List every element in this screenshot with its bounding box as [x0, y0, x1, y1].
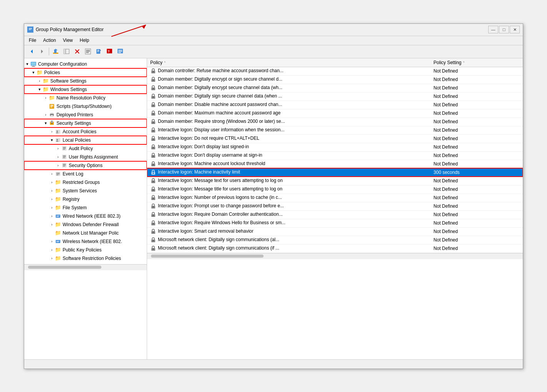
expander-software-restriction[interactable]: ›	[49, 255, 55, 261]
left-pane-scrollbar[interactable]	[24, 264, 147, 270]
table-row[interactable]: Interactive logon: Don't display usernam…	[147, 151, 523, 160]
tree-name-resolution[interactable]: › 📁 Name Resolution Policy	[24, 94, 147, 102]
expander-software-settings[interactable]: ›	[36, 78, 43, 84]
delete-button[interactable]	[72, 47, 82, 56]
up-button[interactable]	[51, 47, 61, 56]
policy-name-cell: Interactive logon: Don't display usernam…	[147, 151, 431, 160]
expander-security-settings[interactable]: ▼	[43, 120, 49, 126]
expander-user-rights[interactable]: ›	[55, 154, 61, 160]
tree-audit-policy[interactable]: › Audit Policy	[24, 144, 147, 153]
tree-software-settings[interactable]: › 📁 Software Settings	[24, 77, 147, 85]
properties-button[interactable]	[83, 47, 93, 56]
tree-computer-configuration[interactable]: ▼ Computer Configuration	[24, 60, 147, 68]
minimize-button[interactable]: —	[488, 26, 498, 33]
tree-public-key-policies[interactable]: › 📁 Public Key Policies	[24, 246, 147, 254]
expander-computer-config[interactable]: ▼	[24, 61, 30, 67]
col-header-policy[interactable]: Policy ^	[147, 58, 431, 67]
right-pane-scrollbar[interactable]	[147, 253, 523, 259]
tree-account-policies[interactable]: › Account Policies	[24, 127, 147, 136]
expander-wired-network[interactable]: ›	[49, 213, 55, 219]
expander-windows-settings[interactable]: ▼	[36, 86, 43, 93]
menu-view[interactable]: View	[60, 37, 76, 44]
tree-file-system[interactable]: › 📁 File System	[24, 203, 147, 212]
expander-audit-policy[interactable]: ›	[55, 146, 61, 152]
show-hide-button[interactable]	[61, 47, 71, 56]
table-row[interactable]: Interactive logon: Require Domain Contro…	[147, 210, 523, 219]
table-row[interactable]: Domain controller: Refuse machine accoun…	[147, 67, 523, 75]
expander-restricted-groups[interactable]: ›	[49, 179, 55, 185]
tree-software-restriction[interactable]: › 📁 Software Restriction Policies	[24, 254, 147, 263]
maximize-button[interactable]: □	[499, 26, 509, 33]
tree-windows-settings[interactable]: ▼ 📁 Windows Settings	[24, 85, 147, 94]
table-row[interactable]: Domain member: Digitally encrypt or sign…	[147, 75, 523, 84]
table-row[interactable]: Interactive logon: Machine account locko…	[147, 160, 523, 168]
tree-scripts[interactable]: Scripts (Startup/Shutdown)	[24, 102, 147, 111]
table-row[interactable]: Interactive logon: Smart card removal be…	[147, 227, 523, 236]
icon-policies: 📁	[36, 69, 43, 76]
table-row[interactable]: Domain member: Digitally encrypt secure …	[147, 84, 523, 92]
col-header-policy-setting[interactable]: Policy Setting ^	[431, 58, 523, 67]
tree-user-rights[interactable]: › User Rights Assignment	[24, 153, 147, 161]
svg-rect-60	[63, 166, 65, 167]
forward-button[interactable]	[37, 47, 47, 56]
tree-system-services[interactable]: › 📁 System Services	[24, 187, 147, 195]
expander-system-services[interactable]: ›	[49, 188, 55, 194]
expander-event-log[interactable]: ›	[49, 171, 55, 177]
table-row[interactable]: Domain member: Disable machine account p…	[147, 101, 523, 109]
expander-registry[interactable]: ›	[49, 196, 55, 202]
expander-local-policies[interactable]: ▼	[49, 137, 55, 143]
expander-policies[interactable]: ▼	[30, 69, 36, 76]
table-row[interactable]: Interactive logon: Don't display last si…	[147, 143, 523, 151]
table-row[interactable]: Domain member: Require strong (Windows 2…	[147, 117, 523, 126]
svg-rect-38	[51, 115, 53, 117]
nav-button[interactable]	[115, 47, 125, 56]
table-row[interactable]: Domain member: Digitally sign secure cha…	[147, 92, 523, 101]
table-row[interactable]: Domain member: Maximum machine account p…	[147, 109, 523, 117]
expander-windows-firewall[interactable]: ›	[49, 222, 55, 228]
expander-security-options[interactable]: ›	[55, 162, 61, 169]
tree-policies[interactable]: ▼ 📁 Policies	[24, 68, 147, 77]
policy-row-icon	[150, 161, 156, 167]
table-row[interactable]: Interactive logon: Require Windows Hello…	[147, 219, 523, 227]
tree-security-settings[interactable]: ▼ Security Settings	[24, 119, 147, 127]
menu-file[interactable]: File	[26, 37, 39, 44]
right-pane[interactable]: Policy ^ Policy Setting ^ Domai	[147, 58, 523, 359]
table-row[interactable]: Interactive logon: Do not require CTRL+A…	[147, 134, 523, 143]
table-row[interactable]: Interactive logon: Number of previous lo…	[147, 194, 523, 202]
table-row[interactable]: Interactive logon: Display user informat…	[147, 126, 523, 134]
table-row[interactable]: Interactive logon: Machine inactivity li…	[147, 168, 523, 177]
export-button[interactable]	[94, 47, 104, 56]
table-row[interactable]: Interactive logon: Message title for use…	[147, 185, 523, 194]
tree-registry[interactable]: › 📁 Registry	[24, 195, 147, 203]
expander-wireless-network[interactable]: ›	[49, 238, 55, 245]
tree-network-list-manager[interactable]: 📁 Network List Manager Polic	[24, 229, 147, 237]
expander-deployed-printers[interactable]: ›	[43, 112, 49, 118]
icon-scripts	[49, 103, 55, 109]
expander-scripts[interactable]	[43, 103, 49, 109]
menu-help[interactable]: Help	[77, 37, 93, 44]
tree-local-policies[interactable]: ▼ Local Policies	[24, 136, 147, 144]
tree-restricted-groups[interactable]: › 📁 Restricted Groups	[24, 178, 147, 187]
help-button[interactable]: ?	[104, 47, 114, 56]
expander-public-key-policies[interactable]: ›	[49, 247, 55, 253]
expander-account-policies[interactable]: ›	[49, 129, 55, 135]
tree-deployed-printers[interactable]: › Deployed Printers	[24, 111, 147, 119]
menu-action[interactable]: Action	[40, 37, 59, 44]
tree-wired-network[interactable]: › Wired Network (IEEE 802.3)	[24, 212, 147, 220]
icon-software-restriction: 📁	[55, 255, 61, 261]
tree-event-log[interactable]: › Event Log	[24, 170, 147, 178]
table-row[interactable]: Interactive logon: Message text for user…	[147, 177, 523, 185]
expander-file-system[interactable]: ›	[49, 205, 55, 211]
tree-windows-firewall[interactable]: › 📁 Windows Defender Firewall	[24, 220, 147, 229]
left-pane[interactable]: ▼ Computer Configuration ▼	[24, 58, 147, 359]
expander-name-resolution[interactable]: ›	[43, 95, 49, 101]
table-row[interactable]: Microsoft network client: Digitally sign…	[147, 236, 523, 244]
table-row[interactable]: Interactive logon: Prompt user to change…	[147, 202, 523, 210]
close-button[interactable]: ✕	[510, 26, 520, 33]
back-button[interactable]	[27, 47, 36, 56]
tree-wireless-network[interactable]: › Wireless Network (IEEE 802.	[24, 237, 147, 246]
table-row[interactable]: Microsoft network client: Digitally sign…	[147, 244, 523, 253]
policy-name-text: Microsoft network client: Digitally sign…	[158, 245, 279, 251]
tree-security-options[interactable]: › Security Options	[24, 161, 147, 170]
expander-network-list-manager[interactable]	[49, 230, 55, 236]
